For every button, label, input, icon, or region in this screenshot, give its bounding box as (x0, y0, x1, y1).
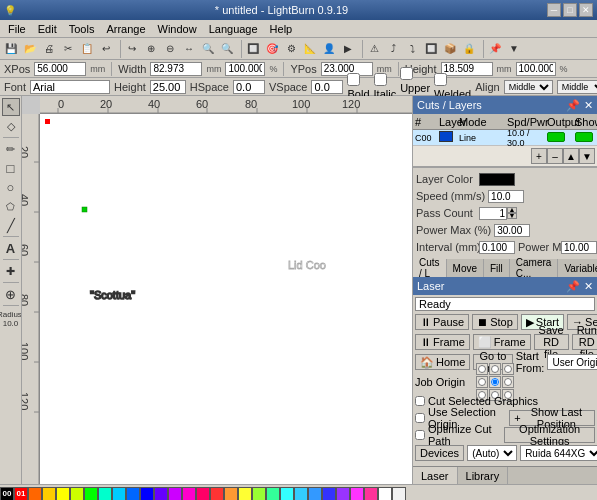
layer-color-picker[interactable] (479, 173, 515, 186)
start-from-select[interactable]: User Origin Absolute Coords Current Posi… (547, 354, 597, 370)
frame-button-1[interactable]: ⏸ Frame (415, 334, 470, 350)
menu-item-edit[interactable]: Edit (32, 22, 63, 36)
toolbar-btn-19[interactable]: ⤴ (384, 40, 402, 58)
palette-color-22[interactable] (308, 487, 322, 501)
palette-color-25[interactable] (350, 487, 364, 501)
toolbar-btn-3[interactable]: ✂ (59, 40, 77, 58)
power-max-input[interactable] (494, 224, 530, 237)
power-min-input[interactable] (561, 241, 597, 254)
palette-color-19[interactable] (266, 487, 280, 501)
menu-item-language[interactable]: Language (203, 22, 264, 36)
vspace-input[interactable] (311, 80, 343, 94)
pass-count-down[interactable]: ▼ (507, 213, 517, 219)
sub-tab-camera[interactable]: Camera C... (510, 259, 559, 277)
output-toggle[interactable] (547, 132, 565, 142)
palette-color-06[interactable] (84, 487, 98, 501)
height-pct-input[interactable] (516, 62, 556, 76)
pass-count-input[interactable] (479, 207, 507, 220)
jo-cell-5[interactable] (489, 376, 501, 388)
toolbar-btn-7[interactable]: ⊕ (142, 40, 160, 58)
jo-radio-4[interactable] (478, 378, 486, 386)
palette-color-12[interactable] (168, 487, 182, 501)
menu-item-arrange[interactable]: Arrange (100, 22, 151, 36)
toolbar-btn-11[interactable]: 🔍 (218, 40, 236, 58)
palette-color-20[interactable] (280, 487, 294, 501)
draw-circle-btn[interactable]: ○ (2, 178, 20, 196)
devices-button[interactable]: Devices (415, 445, 464, 461)
toolbar-btn-1[interactable]: 📂 (21, 40, 39, 58)
tab-laser[interactable]: Laser (413, 467, 458, 484)
toolbar-btn-18[interactable]: ⚠ (365, 40, 383, 58)
cuts-row-0[interactable]: C00 Line 10.0 / 30.0 (413, 130, 597, 146)
palette-color-21[interactable] (294, 487, 308, 501)
toolbar-btn-9[interactable]: ↔ (180, 40, 198, 58)
frame-button-2[interactable]: ⬜ Frame (473, 334, 531, 350)
tab-library[interactable]: Library (458, 467, 509, 484)
edit-nodes-btn[interactable]: ◇ (2, 117, 20, 135)
toolbar-btn-15[interactable]: 📐 (301, 40, 319, 58)
sub-tab-move[interactable]: Move (447, 259, 484, 277)
speed-input[interactable] (488, 190, 524, 203)
toolbar-btn-23[interactable]: 🔒 (460, 40, 478, 58)
jo-radio-3[interactable] (504, 365, 512, 373)
toolbar-btn-10[interactable]: 🔍 (199, 40, 217, 58)
xpos-input[interactable] (34, 62, 86, 76)
jo-cell-3[interactable] (502, 363, 514, 375)
design-grid[interactable]: "Scottua" Lid Coo (40, 114, 412, 484)
jo-radio-2[interactable] (491, 365, 499, 373)
pause-button[interactable]: ⏸ Pause (415, 314, 469, 330)
toolbar-btn-13[interactable]: 🎯 (263, 40, 281, 58)
select-tool-btn[interactable]: ↖ (2, 98, 20, 116)
show-toggle[interactable] (575, 132, 593, 142)
ruida-select[interactable]: Ruida 644XG (520, 445, 597, 461)
save-rd-button[interactable]: Save RD file (534, 334, 569, 350)
palette-color-03[interactable] (42, 487, 56, 501)
jo-cell-6[interactable] (502, 376, 514, 388)
sub-tab-fill[interactable]: Fill (484, 259, 510, 277)
palette-color-27[interactable] (378, 487, 392, 501)
jo-cell-1[interactable] (476, 363, 488, 375)
home-button[interactable]: 🏠 Home (415, 354, 470, 370)
welded-check[interactable] (434, 73, 447, 86)
draw-line-btn[interactable]: ╱ (2, 216, 20, 234)
palette-color-08[interactable] (112, 487, 126, 501)
devices-select[interactable]: (Auto) (467, 445, 517, 461)
maximize-button[interactable]: □ (563, 3, 577, 17)
palette-color-18[interactable] (252, 487, 266, 501)
laser-panel-pin[interactable]: 📌 (566, 280, 580, 293)
palette-color-13[interactable] (182, 487, 196, 501)
toolbar-btn-0[interactable]: 💾 (2, 40, 20, 58)
toolbar-btn-14[interactable]: ⚙ (282, 40, 300, 58)
palette-color-00[interactable]: 00 (0, 487, 14, 501)
move-layer-down-btn[interactable]: ▼ (579, 148, 595, 164)
run-rd-button[interactable]: Run RD file (572, 334, 597, 350)
toolbar-btn-25[interactable]: ▼ (505, 40, 523, 58)
align-select[interactable]: MiddleLeftRight (504, 80, 553, 94)
font-height-input[interactable] (150, 80, 186, 94)
palette-color-15[interactable] (210, 487, 224, 501)
toolbar-btn-2[interactable]: 🖨 (40, 40, 58, 58)
menu-item-help[interactable]: Help (264, 22, 299, 36)
add-layer-btn[interactable]: + (531, 148, 547, 164)
laser-panel-close[interactable]: ✕ (584, 280, 593, 293)
palette-color-24[interactable] (336, 487, 350, 501)
valign-select[interactable]: MiddleTopBottom (557, 80, 597, 94)
optimize-cut-check[interactable] (415, 430, 425, 440)
font-name-input[interactable] (30, 80, 110, 94)
jo-cell-2[interactable] (489, 363, 501, 375)
cuts-panel-close[interactable]: ✕ (584, 99, 593, 112)
menu-item-tools[interactable]: Tools (63, 22, 101, 36)
menu-item-window[interactable]: Window (152, 22, 203, 36)
cut-selected-check[interactable] (415, 396, 425, 406)
palette-color-01[interactable]: 01 (14, 487, 28, 501)
palette-color-02[interactable] (28, 487, 42, 501)
draw-rect-btn[interactable]: □ (2, 159, 20, 177)
uppercase-check[interactable] (400, 67, 413, 80)
palette-color-16[interactable] (224, 487, 238, 501)
palette-color-04[interactable] (56, 487, 70, 501)
bold-check[interactable] (347, 73, 360, 86)
toolbar-btn-21[interactable]: 🔲 (422, 40, 440, 58)
menu-item-file[interactable]: File (2, 22, 32, 36)
remove-layer-btn[interactable]: – (547, 148, 563, 164)
palette-color-10[interactable] (140, 487, 154, 501)
